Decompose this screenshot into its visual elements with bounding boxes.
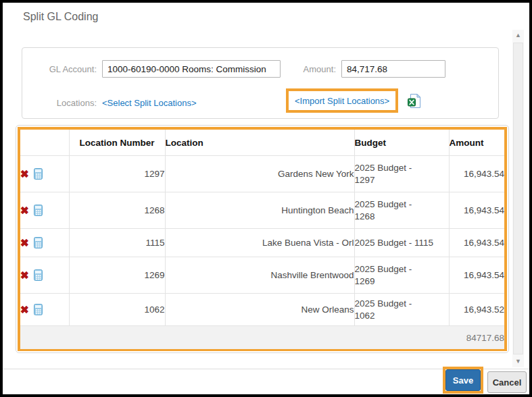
select-split-locations-link[interactable]: <Select Split Locations>	[102, 98, 196, 108]
cell-location-number: 1268	[69, 192, 165, 229]
split-locations-table: Location Number Location Budget Amount ✖…	[20, 130, 504, 349]
calculator-icon[interactable]	[34, 205, 43, 216]
table-header-row: Location Number Location Budget Amount	[20, 130, 504, 156]
calculator-icon[interactable]	[34, 269, 43, 281]
save-button[interactable]: Save	[445, 369, 481, 391]
cell-amount: 16,943.54	[449, 156, 504, 192]
table-row: ✖ 1115 Lake Buena Vista - Orl 2025 Budge…	[20, 229, 504, 257]
split-total-value: 84717.68	[20, 326, 504, 350]
cell-budget: 2025 Budget - 1268	[354, 192, 449, 229]
locations-row: Locations: <Select Split Locations>	[22, 98, 498, 108]
header-amount: Amount	[449, 130, 504, 156]
page-title: Split GL Coding	[23, 11, 98, 23]
calculator-icon[interactable]	[34, 304, 43, 315]
cell-location-number: 1115	[69, 229, 165, 257]
header-budget: Budget	[354, 130, 449, 156]
split-gl-coding-dialog: Split GL Coding GL Account: Amount: Loca…	[0, 0, 532, 397]
scrollbar-thumb[interactable]	[513, 43, 523, 354]
table-row: ✖ 1062 New Orleans 2025 Budget - 1062 16…	[20, 294, 504, 326]
table-row: ✖ 1269 Nashville Brentwood 2025 Budget -…	[20, 257, 504, 294]
table-highlight-box: Location Number Location Budget Amount ✖…	[18, 127, 507, 351]
table-total-row: 84717.68	[20, 326, 504, 350]
import-split-locations-link[interactable]: <Import Split Locations>	[295, 96, 389, 106]
cell-location: Lake Buena Vista - Orl	[165, 229, 354, 257]
cancel-button[interactable]: Cancel	[487, 371, 527, 393]
cell-budget: 2025 Budget - 1115	[354, 229, 449, 257]
cell-location: Nashville Brentwood	[165, 257, 354, 294]
cell-budget: 2025 Budget - 1269	[354, 257, 449, 294]
gl-account-row: GL Account: Amount:	[22, 60, 498, 78]
cell-budget: 2025 Budget - 1062	[354, 294, 449, 326]
scroll-up-icon[interactable]: ▲	[512, 30, 524, 41]
cell-amount: 16,943.54	[449, 192, 504, 229]
header-icons	[20, 130, 69, 156]
cell-amount: 16,943.54	[449, 257, 504, 294]
cell-amount: 16,943.52	[449, 294, 504, 326]
cell-location-number: 1062	[69, 294, 165, 326]
delete-row-icon[interactable]: ✖	[20, 205, 29, 215]
cell-location-number: 1269	[69, 257, 165, 294]
delete-row-icon[interactable]: ✖	[20, 238, 29, 248]
delete-row-icon[interactable]: ✖	[20, 169, 29, 179]
table-row: ✖ 1268 Huntington Beach 2025 Budget - 12…	[20, 192, 504, 229]
excel-import-icon[interactable]	[408, 94, 420, 111]
cell-location: Gardens New York	[165, 156, 354, 192]
cell-location: New Orleans	[165, 294, 354, 326]
calculator-icon[interactable]	[34, 237, 43, 248]
delete-row-icon[interactable]: ✖	[20, 305, 29, 315]
delete-row-icon[interactable]: ✖	[20, 270, 29, 280]
import-split-highlight-box: <Import Split Locations>	[286, 88, 398, 113]
save-highlight-box: Save	[443, 367, 483, 394]
locations-label: Locations:	[22, 98, 97, 108]
header-location: Location	[165, 130, 354, 156]
cell-location: Huntington Beach	[165, 192, 354, 229]
vertical-scrollbar[interactable]: ▲ ▼	[512, 30, 524, 367]
gl-account-input[interactable]	[102, 60, 281, 78]
scroll-down-icon[interactable]: ▼	[512, 356, 524, 367]
gl-account-label: GL Account:	[22, 64, 97, 74]
split-table-panel: Location Number Location Budget Amount ✖…	[16, 125, 509, 353]
gl-fields-panel: GL Account: Amount: Locations: <Select S…	[22, 47, 499, 119]
amount-input[interactable]	[341, 60, 445, 78]
cell-amount: 16,943.54	[449, 229, 504, 257]
cell-location-number: 1297	[69, 156, 165, 192]
calculator-icon[interactable]	[34, 168, 43, 180]
cell-budget: 2025 Budget - 1297	[354, 156, 449, 192]
amount-label: Amount:	[298, 64, 336, 74]
table-row: ✖ 1297 Gardens New York 2025 Budget - 12…	[20, 156, 504, 192]
header-location-number: Location Number	[69, 130, 165, 156]
